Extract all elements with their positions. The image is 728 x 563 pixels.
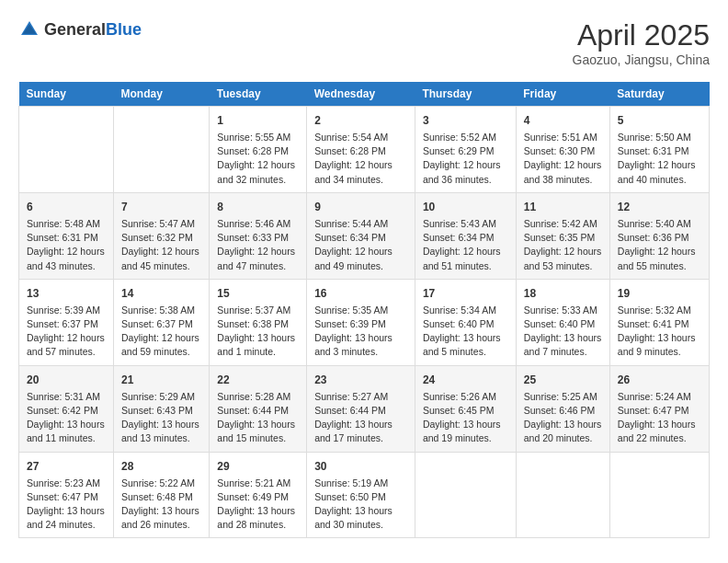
calendar-cell: 15Sunrise: 5:37 AMSunset: 6:38 PMDayligh… <box>210 279 307 365</box>
calendar-cell <box>19 107 114 193</box>
calendar-cell: 30Sunrise: 5:19 AMSunset: 6:50 PMDayligh… <box>307 452 415 538</box>
day-info: Sunrise: 5:55 AMSunset: 6:28 PMDaylight:… <box>217 131 299 187</box>
page-header: GeneralBlue April 2025 Gaozuo, Jiangsu, … <box>18 18 710 67</box>
day-info: Sunrise: 5:52 AMSunset: 6:29 PMDaylight:… <box>423 131 508 187</box>
day-number: 25 <box>524 372 602 388</box>
day-number: 20 <box>27 372 106 388</box>
calendar-cell: 13Sunrise: 5:39 AMSunset: 6:37 PMDayligh… <box>19 279 114 365</box>
day-info: Sunrise: 5:32 AMSunset: 6:41 PMDaylight:… <box>618 304 701 360</box>
calendar-cell: 6Sunrise: 5:48 AMSunset: 6:31 PMDaylight… <box>19 192 114 279</box>
day-number: 13 <box>27 285 106 302</box>
calendar-cell: 4Sunrise: 5:51 AMSunset: 6:30 PMDaylight… <box>516 107 609 193</box>
calendar-cell <box>415 452 516 538</box>
logo: GeneralBlue <box>18 18 142 40</box>
calendar-cell: 12Sunrise: 5:40 AMSunset: 6:36 PMDayligh… <box>609 192 709 279</box>
title-block: April 2025 Gaozuo, Jiangsu, China <box>573 18 710 67</box>
weekday-header-saturday: Saturday <box>609 82 709 107</box>
day-info: Sunrise: 5:33 AMSunset: 6:40 PMDaylight:… <box>524 304 602 360</box>
week-row-2: 6Sunrise: 5:48 AMSunset: 6:31 PMDaylight… <box>19 192 710 279</box>
day-info: Sunrise: 5:34 AMSunset: 6:40 PMDaylight:… <box>423 304 508 360</box>
day-number: 22 <box>217 372 299 388</box>
calendar-cell: 11Sunrise: 5:42 AMSunset: 6:35 PMDayligh… <box>516 192 609 279</box>
weekday-header-monday: Monday <box>114 82 210 107</box>
calendar-cell: 27Sunrise: 5:23 AMSunset: 6:47 PMDayligh… <box>19 452 114 538</box>
calendar-cell: 22Sunrise: 5:28 AMSunset: 6:44 PMDayligh… <box>210 365 307 452</box>
day-info: Sunrise: 5:25 AMSunset: 6:46 PMDaylight:… <box>524 390 602 446</box>
day-number: 28 <box>121 458 201 475</box>
day-number: 19 <box>618 285 701 302</box>
day-info: Sunrise: 5:19 AMSunset: 6:50 PMDaylight:… <box>314 477 407 533</box>
day-info: Sunrise: 5:26 AMSunset: 6:45 PMDaylight:… <box>423 390 508 446</box>
calendar-cell: 14Sunrise: 5:38 AMSunset: 6:37 PMDayligh… <box>114 279 210 365</box>
logo-text-general: General <box>44 20 106 39</box>
day-number: 9 <box>314 199 407 215</box>
week-row-4: 20Sunrise: 5:31 AMSunset: 6:42 PMDayligh… <box>19 365 710 452</box>
calendar-cell: 24Sunrise: 5:26 AMSunset: 6:45 PMDayligh… <box>415 365 516 452</box>
logo-text-blue: Blue <box>106 20 142 39</box>
calendar-cell: 23Sunrise: 5:27 AMSunset: 6:44 PMDayligh… <box>307 365 415 452</box>
day-number: 1 <box>217 112 299 129</box>
day-number: 23 <box>314 372 407 388</box>
day-number: 4 <box>524 112 602 129</box>
day-info: Sunrise: 5:28 AMSunset: 6:44 PMDaylight:… <box>217 390 299 446</box>
calendar-cell: 26Sunrise: 5:24 AMSunset: 6:47 PMDayligh… <box>609 365 709 452</box>
day-info: Sunrise: 5:46 AMSunset: 6:33 PMDaylight:… <box>217 217 299 273</box>
day-info: Sunrise: 5:23 AMSunset: 6:47 PMDaylight:… <box>27 477 106 533</box>
calendar-cell: 18Sunrise: 5:33 AMSunset: 6:40 PMDayligh… <box>516 279 609 365</box>
calendar-cell: 25Sunrise: 5:25 AMSunset: 6:46 PMDayligh… <box>516 365 609 452</box>
day-info: Sunrise: 5:42 AMSunset: 6:35 PMDaylight:… <box>524 217 602 273</box>
day-info: Sunrise: 5:24 AMSunset: 6:47 PMDaylight:… <box>618 390 701 446</box>
day-number: 24 <box>423 372 508 388</box>
calendar-cell: 3Sunrise: 5:52 AMSunset: 6:29 PMDaylight… <box>415 107 516 193</box>
day-info: Sunrise: 5:51 AMSunset: 6:30 PMDaylight:… <box>524 131 602 187</box>
day-info: Sunrise: 5:27 AMSunset: 6:44 PMDaylight:… <box>314 390 407 446</box>
calendar-cell: 1Sunrise: 5:55 AMSunset: 6:28 PMDaylight… <box>210 107 307 193</box>
calendar-cell: 5Sunrise: 5:50 AMSunset: 6:31 PMDaylight… <box>609 107 709 193</box>
weekday-header-row: SundayMondayTuesdayWednesdayThursdayFrid… <box>19 82 710 107</box>
day-number: 26 <box>618 372 701 388</box>
weekday-header-wednesday: Wednesday <box>307 82 415 107</box>
weekday-header-thursday: Thursday <box>415 82 516 107</box>
day-number: 29 <box>217 458 299 475</box>
day-number: 7 <box>121 199 201 215</box>
week-row-5: 27Sunrise: 5:23 AMSunset: 6:47 PMDayligh… <box>19 452 710 538</box>
weekday-header-friday: Friday <box>516 82 609 107</box>
day-info: Sunrise: 5:38 AMSunset: 6:37 PMDaylight:… <box>121 304 201 360</box>
day-info: Sunrise: 5:47 AMSunset: 6:32 PMDaylight:… <box>121 217 201 273</box>
calendar-cell: 17Sunrise: 5:34 AMSunset: 6:40 PMDayligh… <box>415 279 516 365</box>
day-info: Sunrise: 5:29 AMSunset: 6:43 PMDaylight:… <box>121 390 201 446</box>
day-number: 8 <box>217 199 299 215</box>
calendar-table: SundayMondayTuesdayWednesdayThursdayFrid… <box>18 82 710 538</box>
week-row-3: 13Sunrise: 5:39 AMSunset: 6:37 PMDayligh… <box>19 279 710 365</box>
calendar-cell: 29Sunrise: 5:21 AMSunset: 6:49 PMDayligh… <box>210 452 307 538</box>
day-number: 30 <box>314 458 407 475</box>
day-info: Sunrise: 5:48 AMSunset: 6:31 PMDaylight:… <box>27 217 106 273</box>
day-info: Sunrise: 5:43 AMSunset: 6:34 PMDaylight:… <box>423 217 508 273</box>
day-number: 3 <box>423 112 508 129</box>
day-number: 5 <box>618 112 701 129</box>
day-info: Sunrise: 5:31 AMSunset: 6:42 PMDaylight:… <box>27 390 106 446</box>
calendar-title: April 2025 <box>573 18 710 52</box>
calendar-cell: 28Sunrise: 5:22 AMSunset: 6:48 PMDayligh… <box>114 452 210 538</box>
calendar-cell <box>516 452 609 538</box>
day-number: 15 <box>217 285 299 302</box>
calendar-cell <box>609 452 709 538</box>
day-number: 17 <box>423 285 508 302</box>
day-number: 21 <box>121 372 201 388</box>
day-number: 2 <box>314 112 407 129</box>
calendar-cell: 7Sunrise: 5:47 AMSunset: 6:32 PMDaylight… <box>114 192 210 279</box>
day-number: 16 <box>314 285 407 302</box>
day-number: 27 <box>27 458 106 475</box>
day-number: 18 <box>524 285 602 302</box>
calendar-cell: 21Sunrise: 5:29 AMSunset: 6:43 PMDayligh… <box>114 365 210 452</box>
weekday-header-sunday: Sunday <box>19 82 114 107</box>
weekday-header-tuesday: Tuesday <box>210 82 307 107</box>
calendar-cell: 10Sunrise: 5:43 AMSunset: 6:34 PMDayligh… <box>415 192 516 279</box>
day-info: Sunrise: 5:40 AMSunset: 6:36 PMDaylight:… <box>618 217 701 273</box>
day-number: 6 <box>27 199 106 215</box>
day-info: Sunrise: 5:44 AMSunset: 6:34 PMDaylight:… <box>314 217 407 273</box>
svg-marker-1 <box>23 24 36 34</box>
day-info: Sunrise: 5:35 AMSunset: 6:39 PMDaylight:… <box>314 304 407 360</box>
calendar-subtitle: Gaozuo, Jiangsu, China <box>573 52 710 67</box>
day-info: Sunrise: 5:54 AMSunset: 6:28 PMDaylight:… <box>314 131 407 187</box>
